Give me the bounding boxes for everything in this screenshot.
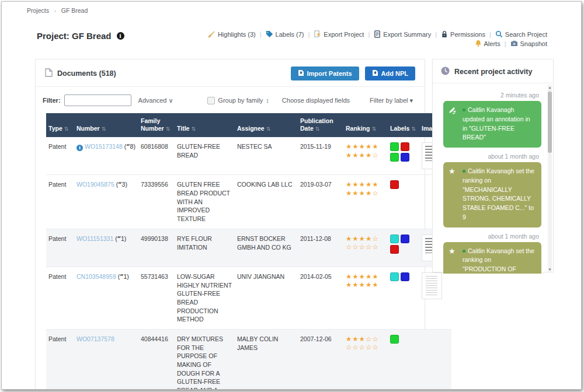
sort-icon[interactable]: ⇅ [371, 126, 376, 132]
toolbar-divider: | [435, 31, 437, 38]
column-header-type[interactable]: Type⇅ [46, 113, 74, 137]
choose-displayed-fields-button[interactable]: Choose displayed fields [282, 97, 350, 104]
star-rating-row1[interactable]: ★★★★★ [346, 272, 385, 281]
column-header-ranking[interactable]: Ranking⇅ [343, 113, 388, 137]
scrollbar-up-arrow[interactable]: ▲ [548, 85, 552, 90]
cell-title: RYE FLOUR IMITATION [175, 229, 235, 267]
cell-type: Patent [46, 175, 74, 229]
toolbar-item-highlights[interactable]: Highlights (3) [207, 30, 256, 38]
lock-icon [441, 30, 448, 38]
toolbar-item-export-summary[interactable]: Export Summary [374, 30, 431, 38]
info-icon[interactable] [117, 32, 124, 40]
cell-family-number: 49990138 [138, 229, 175, 267]
sort-icon[interactable]: ⇅ [411, 126, 416, 132]
status-dot-icon [463, 108, 465, 111]
label-chips [390, 142, 417, 162]
toolbar-item-labels[interactable]: Labels (7) [266, 30, 304, 38]
table-row[interactable]: PatentWO0713757840844416DRY MIXTURES FOR… [46, 329, 451, 390]
status-dot-icon [463, 170, 465, 173]
breadcrumb-projects[interactable]: Projects [27, 7, 49, 14]
column-header-family-number[interactable]: Family Number⇅ [138, 113, 175, 137]
label-chip[interactable] [401, 272, 409, 281]
star-rating-row2[interactable]: ★★★★☆ [346, 151, 385, 159]
label-chip[interactable] [390, 153, 399, 162]
sort-icon[interactable]: ⇅ [102, 126, 106, 132]
star-icon: ★ [449, 247, 456, 255]
column-header-number[interactable]: Number⇅ [74, 113, 138, 137]
column-header-assignee[interactable]: Assignee⇅ [235, 113, 298, 137]
breadcrumb-current[interactable]: GF Bread [61, 7, 88, 14]
sort-icon[interactable]: ⇅ [315, 126, 320, 132]
activity-scrollbar-thumb[interactable] [548, 92, 552, 153]
table-row[interactable]: PatentWO19045875 (“3)73339556GLUTEN FREE… [46, 175, 451, 229]
alerts-label: Alerts [484, 40, 500, 47]
group-by-family-checkbox[interactable] [207, 97, 215, 104]
breadcrumb-separator-icon: › [54, 8, 56, 14]
column-header-labels[interactable]: Labels⇅ [388, 113, 419, 137]
add-npl-button[interactable]: Add NPL [365, 66, 415, 80]
document-icon [45, 68, 53, 79]
table-row[interactable]: PatentWO15173148 (“8)60816808GLUTEN-FREE… [46, 137, 451, 175]
cell-publication-date: 2007-12-06 [298, 329, 343, 390]
table-row[interactable]: PatentCN103548959 (“1)55731463LOW-SUGAR … [46, 267, 451, 329]
documents-count-label: Documents (518) [57, 69, 116, 78]
label-chip[interactable] [390, 142, 399, 151]
column-header-publication-date[interactable]: Publication Date⇅ [298, 113, 343, 137]
activity-card[interactable]: ★Caitlin Kavanagh set the ranking on "PR… [443, 242, 541, 274]
documents-table: Type⇅Number⇅Family Number⇅Title⇅Assignee… [46, 113, 414, 390]
toolbar-item-alerts[interactable]: Alerts [475, 40, 500, 47]
import-patents-button[interactable]: Import Patents [291, 66, 359, 80]
sort-icon[interactable]: ⇅ [64, 126, 69, 132]
label-chip[interactable] [390, 245, 399, 254]
group-by-family-toggle[interactable]: Group by family ↕ [207, 97, 269, 104]
snapshot-label: Snapshot [520, 40, 547, 47]
label-chips [390, 335, 417, 344]
label-chip[interactable] [390, 272, 399, 281]
scrollbar-down-arrow[interactable]: ▼ [548, 267, 552, 272]
star-rating-row2[interactable]: ☆☆☆☆☆ [346, 243, 385, 251]
star-rating-row2[interactable]: ☆☆☆☆☆ [346, 343, 385, 351]
patent-number-link[interactable]: WO15173148 [85, 143, 123, 150]
star-rating-row1[interactable]: ★★★☆☆ [346, 335, 385, 343]
toolbar-item-permissions[interactable]: Permissions [441, 30, 485, 38]
activity-text: Caitlin Kavanagh updated an annotation i… [463, 106, 530, 141]
patent-number-link[interactable]: CN103548959 [77, 273, 116, 280]
column-header-title[interactable]: Title⇅ [175, 113, 235, 137]
table-row[interactable]: PatentWO11151331 (“1)49990138RYE FLOUR I… [46, 229, 451, 267]
page-title-text: Project: GF Bread [37, 31, 112, 41]
sort-icon[interactable]: ⇅ [166, 126, 171, 132]
column-label: Title [177, 125, 189, 132]
patent-image-thumbnail[interactable] [422, 272, 442, 299]
label-chip[interactable] [390, 335, 399, 344]
export-icon [314, 30, 321, 38]
patent-number-link[interactable]: WO07137578 [77, 335, 114, 342]
star-rating-row1[interactable]: ★★★★☆ [346, 235, 385, 243]
label-chip[interactable] [401, 153, 409, 162]
filter-input[interactable] [64, 94, 131, 106]
cell-title: LOW-SUGAR HIGHLY NUTRIENT GLUTEN-FREE BR… [175, 267, 235, 329]
filter-by-label-dropdown[interactable]: Filter by label ▾ [370, 97, 413, 104]
star-rating-row1[interactable]: ★★★★★ [346, 142, 385, 150]
label-chip[interactable] [390, 235, 399, 243]
star-rating-row2[interactable]: ★★★★★ [346, 281, 385, 289]
add-npl-icon [372, 69, 378, 78]
activity-card[interactable]: ★Caitlin Kavanagh set the ranking on "ME… [443, 162, 541, 228]
toolbar-item-snapshot[interactable]: Snapshot [510, 40, 547, 47]
sort-icon[interactable]: ⇅ [266, 126, 271, 132]
label-chip[interactable] [401, 142, 409, 151]
toolbar-item-search-project[interactable]: Search Project [495, 30, 547, 38]
toolbar-divider: | [368, 31, 370, 38]
star-rating-row2[interactable]: ★★★★☆ [346, 189, 385, 197]
patent-number-link[interactable]: WO19045875 [77, 181, 114, 188]
permissions-label: Permissions [450, 31, 485, 38]
patent-number-link[interactable]: WO11151331 [77, 235, 113, 242]
project-toolbar: Highlights (3)|Labels (7)|Export Project… [207, 30, 547, 47]
advanced-filter-toggle[interactable]: Advanced ∨ [138, 97, 173, 104]
sort-icon[interactable]: ⇅ [191, 126, 196, 132]
activity-card[interactable]: Caitlin Kavanagh updated an annotation i… [443, 101, 541, 148]
label-chip[interactable] [401, 235, 409, 243]
label-chip[interactable] [390, 180, 399, 189]
toolbar-item-export-project[interactable]: Export Project [314, 30, 364, 38]
info-icon[interactable] [77, 145, 83, 151]
star-rating-row1[interactable]: ★★★★★ [346, 180, 385, 188]
